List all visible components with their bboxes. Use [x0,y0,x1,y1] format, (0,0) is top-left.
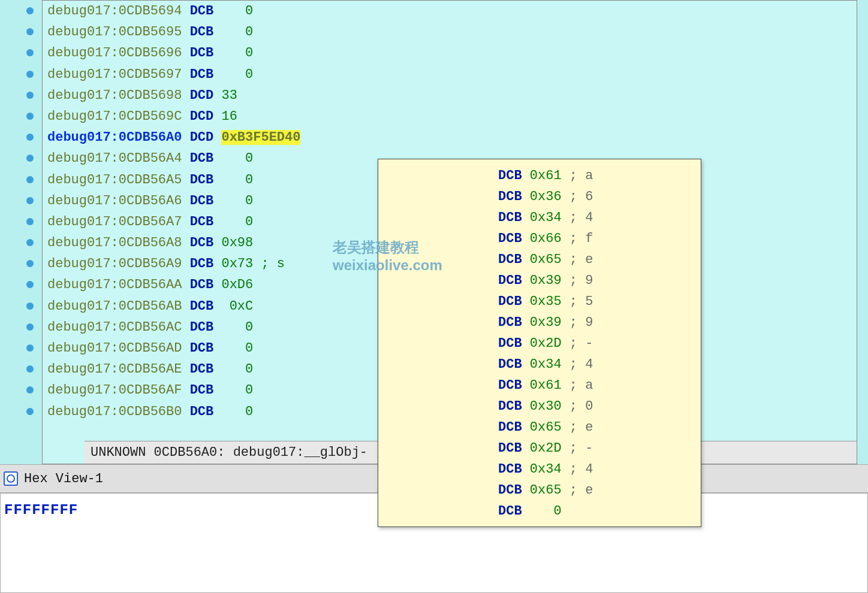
operand: 16 [221,109,237,124]
segment-address: debug017:0CDB56AF [47,383,182,398]
breakpoint-bullet[interactable] [26,134,34,141]
breakpoint-bullet[interactable] [26,386,34,394]
tooltip-line: DCB 0 [378,501,701,522]
breakpoint-bullet[interactable] [26,365,34,373]
breakpoint-bullet[interactable] [26,302,34,310]
breakpoint-bullet[interactable] [26,92,34,99]
operand: 0xD6 [221,277,253,292]
mnemonic: DCB [182,25,221,40]
mnemonic: DCB [182,193,221,208]
operand: 0x98 [221,235,253,250]
gutter [18,0,42,415]
tooltip-line: DCB 0x34 ; 4 [378,459,701,480]
breakpoint-bullet[interactable] [26,7,34,14]
breakpoint-bullet[interactable] [26,197,34,204]
mnemonic: DCB [182,362,221,377]
operand: 0x73 ; s [221,256,285,271]
disasm-line[interactable]: debug017:0CDB5695 DCB 0 [43,22,857,43]
disasm-line[interactable]: debug017:0CDB56A0 DCD 0xB3F5ED40 [43,127,857,148]
breakpoint-bullet[interactable] [26,71,34,78]
breakpoint-bullet[interactable] [26,113,34,120]
tooltip-line: DCB 0x61 ; a [378,375,701,396]
tooltip-line: DCB 0x36 ; 6 [378,186,701,207]
segment-address: debug017:0CDB5698 [47,88,182,103]
segment-address: debug017:0CDB5697 [47,67,182,82]
operand: 33 [221,88,237,103]
tooltip-line: DCB 0x65 ; e [378,249,701,270]
disasm-line[interactable]: debug017:0CDB5698 DCD 33 [43,85,857,106]
tooltip-line: DCB 0x30 ; 0 [378,396,701,417]
operand: 0 [221,404,253,419]
tooltip-line: DCB 0x2D ; - [378,333,701,354]
breakpoint-bullet[interactable] [26,218,34,225]
segment-address: debug017:0CDB56A7 [47,214,182,229]
segment-address: debug017:0CDB5694 [47,4,182,19]
tooltip-line: DCB 0x39 ; 9 [378,312,701,333]
mnemonic: DCB [182,173,221,187]
tooltip-line: DCB 0x34 ; 4 [378,207,701,228]
segment-address: debug017:0CDB5696 [47,46,182,60]
tooltip-line: DCB 0x61 ; a [378,165,701,186]
breakpoint-bullet[interactable] [26,239,34,246]
operand: 0 [221,320,253,335]
disasm-line[interactable]: debug017:0CDB569C DCD 16 [43,106,857,127]
mnemonic: DCB [182,4,221,19]
disasm-line[interactable]: debug017:0CDB5694 DCB 0 [43,1,857,22]
segment-address: debug017:0CDB5695 [47,25,182,40]
tab-hex-view[interactable]: Hex View-1 [24,471,103,486]
segment-address: debug017:0CDB56AA [47,277,182,292]
mnemonic: DCB [182,299,221,314]
breakpoint-bullet[interactable] [26,281,34,288]
breakpoint-bullet[interactable] [26,260,34,267]
segment-address: debug017:0CDB56B0 [47,404,182,419]
breakpoint-bullet[interactable] [26,28,34,35]
tooltip-line: DCB 0x66 ; f [378,228,701,249]
segment-address: debug017:0CDB56AB [47,299,182,314]
mnemonic: DCB [182,214,221,229]
mnemonic: DCD [182,130,221,145]
tooltip-line: DCB 0x34 ; 4 [378,354,701,375]
segment-address: debug017:0CDB56AC [47,320,182,335]
disasm-line[interactable]: debug017:0CDB5696 DCB 0 [43,43,857,63]
segment-address: debug017:0CDB56A0 [47,130,182,145]
operand: 0 [221,25,253,40]
hex-view-icon [4,471,18,486]
operand: 0 [221,4,253,19]
mnemonic: DCB [182,383,221,398]
segment-address: debug017:0CDB569C [47,109,182,124]
operand: 0 [221,193,253,208]
mnemonic: DCB [182,151,221,166]
mnemonic: DCB [182,320,221,335]
operand: 0 [221,46,253,60]
breakpoint-bullet[interactable] [26,49,34,56]
operand: 0 [221,151,253,166]
segment-address: debug017:0CDB56A8 [47,235,182,250]
breakpoint-bullet[interactable] [26,323,34,331]
mnemonic: DCD [182,109,221,124]
tooltip-line: DCB 0x39 ; 9 [378,270,701,291]
operand: 0xC [221,299,253,314]
breakpoint-bullet[interactable] [26,408,34,415]
mnemonic: DCB [182,341,221,356]
tooltip-line: DCB 0x65 ; e [378,480,701,501]
operand: 0 [221,341,253,356]
segment-address: debug017:0CDB56A5 [47,173,182,187]
mnemonic: DCB [182,235,221,250]
mnemonic: DCB [182,46,221,60]
tooltip-line: DCB 0x2D ; - [378,438,701,459]
disasm-line[interactable]: debug017:0CDB5697 DCB 0 [43,64,857,85]
mnemonic: DCB [182,277,221,292]
operand: 0 [221,362,253,377]
segment-address: debug017:0CDB56AE [47,362,182,377]
mnemonic: DCB [182,256,221,271]
tooltip-line: DCB 0x65 ; e [378,417,701,438]
mnemonic: DCB [182,404,221,419]
operand: 0 [221,383,253,398]
operand: 0 [221,173,253,187]
breakpoint-bullet[interactable] [26,176,34,183]
segment-address: debug017:0CDB56A9 [47,256,182,271]
breakpoint-bullet[interactable] [26,344,34,352]
hint-tooltip: DCB 0x61 ; aDCB 0x36 ; 6DCB 0x34 ; 4DCB … [378,159,701,527]
breakpoint-bullet[interactable] [26,155,34,162]
operand: 0 [221,67,253,82]
